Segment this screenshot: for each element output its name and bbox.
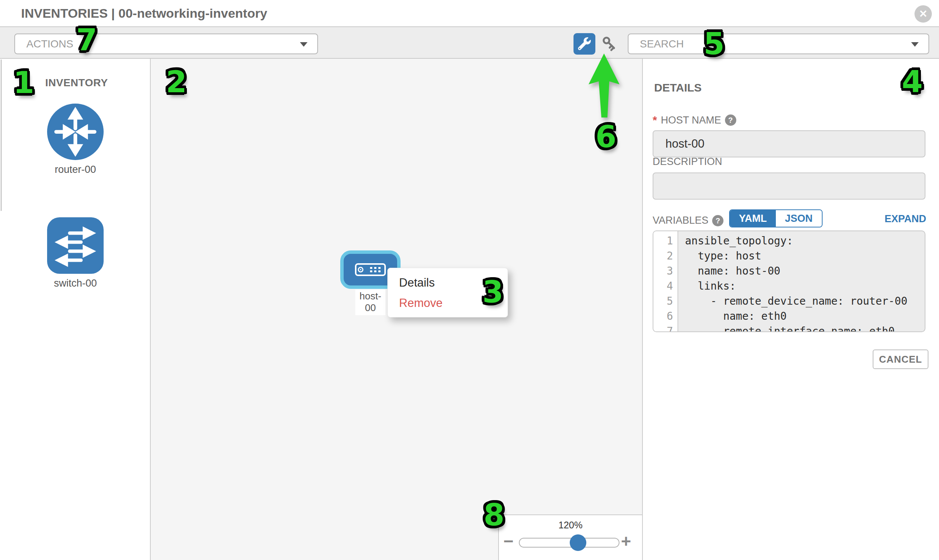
annotation-5: 5 — [697, 29, 731, 59]
toolbar: ACTIONS SEARCH — [0, 27, 939, 59]
code-line: links: — [685, 279, 925, 294]
key-icon — [601, 35, 619, 53]
wrench-icon — [578, 37, 591, 50]
zoom-slider-thumb[interactable] — [570, 534, 586, 551]
required-marker: * — [653, 114, 657, 126]
toggle-option-yaml[interactable]: YAML — [730, 210, 776, 227]
line-number: 6 — [654, 309, 673, 324]
caret-down-icon — [300, 42, 307, 47]
variables-label-row: VARIABLES ? — [653, 215, 723, 226]
search-dropdown-label: SEARCH — [640, 34, 684, 54]
code-line: - remote_device_name: router-00 — [685, 294, 925, 309]
host-node-label: host-00 — [355, 289, 385, 315]
line-number: 1 — [654, 234, 673, 249]
zoom-in-button[interactable]: + — [621, 532, 631, 550]
minus-icon: − — [503, 531, 513, 551]
inventory-palette-sidebar: INVENTORY router-00 — [0, 59, 151, 560]
variables-code-editor[interactable]: 1 2 3 4 5 6 7 ansible_topology: type: ho… — [653, 231, 925, 332]
close-button[interactable]: ✕ — [914, 5, 932, 23]
host-icon — [355, 263, 386, 276]
page-title: INVENTORIES | 00-networking-inventory — [21, 0, 267, 26]
annotation-3: 3 — [475, 277, 510, 307]
palette-item-switch[interactable]: switch-00 — [0, 217, 151, 289]
description-input[interactable] — [653, 172, 925, 200]
code-line: ansible_topology: — [685, 234, 925, 249]
up-arrow-annotation-icon — [586, 53, 621, 119]
host-name-label: HOST NAME — [661, 114, 721, 126]
topology-canvas[interactable]: host-00 Details Remove 120% − + — [151, 59, 643, 560]
caret-down-icon — [911, 42, 919, 47]
line-number: 5 — [654, 294, 673, 309]
palette-item-router[interactable]: router-00 — [0, 103, 151, 175]
tools-button[interactable] — [574, 33, 595, 55]
host-name-label-row: * HOST NAME ? — [653, 114, 736, 126]
question-circle-icon[interactable]: ? — [725, 114, 736, 126]
description-label-row: DESCRIPTION — [653, 156, 722, 168]
sidebar-title: INVENTORY — [45, 77, 108, 89]
details-panel-title: DETAILS — [654, 82, 702, 94]
plus-icon: + — [621, 531, 631, 551]
variables-format-toggle: YAML JSON — [729, 209, 823, 228]
palette-item-label: router-00 — [0, 164, 151, 175]
description-label: DESCRIPTION — [653, 156, 722, 168]
expand-link[interactable]: EXPAND — [884, 213, 926, 225]
actions-dropdown[interactable]: ACTIONS — [14, 34, 318, 54]
credentials-key-button[interactable] — [601, 35, 619, 53]
details-panel: DETAILS * HOST NAME ? DESCRIPTION VARIAB… — [643, 59, 939, 560]
zoom-control-panel: 120% − + — [498, 514, 642, 560]
editor-line-numbers: 1 2 3 4 5 6 7 — [654, 231, 678, 331]
zoom-level-value: 120% — [499, 520, 642, 531]
code-line: type: host — [685, 249, 925, 264]
annotation-8: 8 — [476, 500, 511, 530]
annotation-6: 6 — [589, 122, 623, 152]
host-name-input[interactable] — [653, 130, 925, 157]
annotation-7: 7 — [69, 25, 104, 55]
router-icon — [47, 103, 103, 160]
question-circle-icon[interactable]: ? — [712, 215, 723, 226]
cancel-button[interactable]: CANCEL — [873, 349, 928, 369]
zoom-slider-track[interactable] — [519, 538, 620, 548]
search-dropdown[interactable]: SEARCH — [628, 34, 929, 54]
annotation-1: 1 — [6, 68, 41, 98]
zoom-out-button[interactable]: − — [503, 532, 513, 550]
close-icon: ✕ — [919, 8, 928, 20]
annotation-4: 4 — [895, 67, 930, 97]
code-line: name: host-00 — [685, 264, 925, 279]
code-line: remote_interface_name: eth0 — [685, 324, 925, 332]
code-line: name: eth0 — [685, 309, 925, 324]
inventory-topology-screen: INVENTORIES | 00-networking-inventory ✕ … — [0, 0, 939, 560]
switch-icon — [47, 217, 103, 274]
variables-label: VARIABLES — [653, 215, 708, 226]
editor-code-area[interactable]: ansible_topology: type: host name: host-… — [679, 231, 925, 331]
actions-dropdown-label: ACTIONS — [26, 34, 73, 54]
page-header: INVENTORIES | 00-networking-inventory ✕ — [0, 0, 939, 27]
annotation-2: 2 — [159, 67, 194, 97]
line-number: 3 — [654, 264, 673, 279]
line-number: 4 — [654, 279, 673, 294]
toggle-option-json[interactable]: JSON — [776, 210, 822, 227]
palette-item-label: switch-00 — [0, 278, 151, 289]
line-number: 2 — [654, 249, 673, 264]
line-number: 7 — [654, 324, 673, 332]
